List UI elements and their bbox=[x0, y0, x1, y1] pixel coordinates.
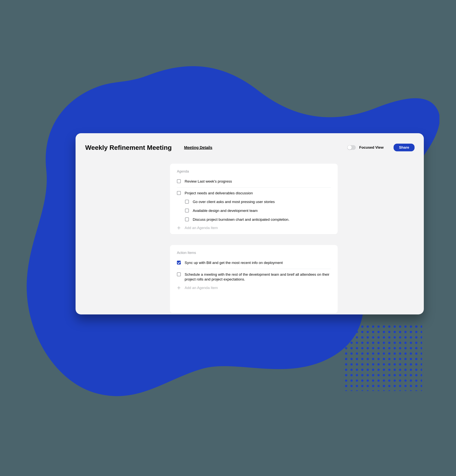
decorative-dotgrid bbox=[345, 325, 422, 391]
agenda-subitem: Go over client asks and most pressing us… bbox=[177, 197, 331, 206]
agenda-heading: Agenda bbox=[177, 170, 331, 173]
add-agenda-label: Add an Agenda Item bbox=[185, 226, 218, 230]
checkbox-icon[interactable] bbox=[177, 261, 181, 264]
meeting-subtitle-link[interactable]: Meeting Details bbox=[184, 145, 212, 150]
agenda-subitem-text[interactable]: Go over client asks and most pressing us… bbox=[193, 199, 275, 204]
svg-rect-1 bbox=[345, 325, 422, 391]
action-item-text[interactable]: Sync up with Bill and get the most recen… bbox=[185, 260, 283, 265]
plus-icon bbox=[177, 286, 181, 290]
share-button[interactable]: Share bbox=[394, 144, 414, 151]
action-items-heading: Action Items bbox=[177, 251, 331, 255]
add-action-label: Add an Agenda Item bbox=[185, 286, 218, 290]
add-agenda-item[interactable]: Add an Agenda Item bbox=[177, 224, 331, 230]
agenda-subitem-text[interactable]: Discuss project burndown chart and antic… bbox=[193, 217, 289, 222]
toggle-track bbox=[347, 145, 356, 150]
checkbox-icon[interactable] bbox=[185, 217, 189, 221]
meeting-card: Weekly Refinement Meeting Meeting Detail… bbox=[76, 133, 424, 314]
agenda-subitem: Discuss project burndown chart and antic… bbox=[177, 215, 331, 224]
checkbox-icon[interactable] bbox=[177, 179, 181, 183]
focused-view-toggle[interactable]: Focused View bbox=[347, 145, 384, 150]
card-header: Weekly Refinement Meeting Meeting Detail… bbox=[85, 142, 414, 153]
plus-icon bbox=[177, 226, 181, 230]
agenda-subitem-text[interactable]: Available design and development team bbox=[193, 208, 258, 213]
checkbox-icon[interactable] bbox=[185, 200, 189, 204]
meeting-title: Weekly Refinement Meeting bbox=[85, 144, 172, 151]
agenda-item-text[interactable]: Project needs and deliverables discussio… bbox=[185, 191, 253, 196]
agenda-subitem: Available design and development team bbox=[177, 206, 331, 215]
focused-view-label: Focused View bbox=[359, 145, 384, 150]
action-items-panel: Action Items Sync up with Bill and get t… bbox=[170, 245, 338, 313]
checkbox-icon[interactable] bbox=[185, 209, 189, 212]
checkbox-icon[interactable] bbox=[177, 272, 181, 276]
action-item: Sync up with Bill and get the most recen… bbox=[177, 258, 331, 267]
agenda-item: Project needs and deliverables discussio… bbox=[177, 189, 331, 198]
toggle-knob bbox=[347, 145, 352, 150]
action-item-text[interactable]: Schedule a meeting with the rest of the … bbox=[185, 272, 331, 282]
add-action-item[interactable]: Add an Agenda Item bbox=[177, 284, 331, 290]
agenda-panel: Agenda Review Last week's progress Proje… bbox=[170, 164, 338, 234]
checkbox-icon[interactable] bbox=[177, 191, 181, 195]
action-item: Schedule a meeting with the rest of the … bbox=[177, 270, 331, 284]
agenda-item: Review Last week's progress bbox=[177, 177, 331, 186]
agenda-item-text[interactable]: Review Last week's progress bbox=[185, 179, 232, 184]
